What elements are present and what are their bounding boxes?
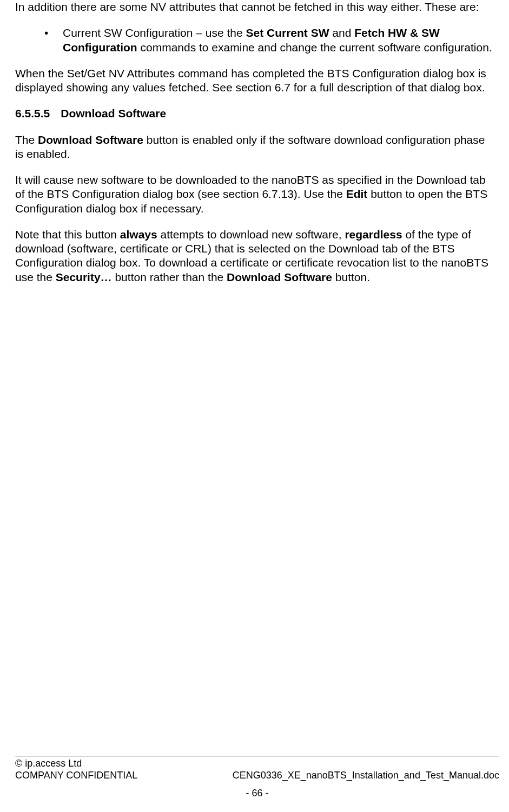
paragraph-3: The Download Software button is enabled … — [15, 133, 494, 162]
paragraph-intro: In addition there are some NV attributes… — [15, 0, 494, 14]
footer-left: © ip.access Ltd COMPANY CONFIDENTIAL — [15, 757, 137, 782]
footer-copyright: © ip.access Ltd — [15, 757, 137, 770]
section-heading: 6.5.5.5Download Software — [15, 107, 494, 121]
footer-row: © ip.access Ltd COMPANY CONFIDENTIAL CEN… — [15, 757, 499, 782]
para5-b2: regardless — [345, 228, 402, 241]
paragraph-4: It will cause new software to be downloa… — [15, 173, 494, 216]
para5-s2: attempts to download new software, — [157, 228, 345, 241]
bullet-bold-1: Set Current SW — [246, 26, 329, 39]
para5-s5: button. — [332, 271, 370, 283]
footer-page-number: - 66 - — [15, 787, 499, 800]
bullet-item: Current SW Configuration – use the Set C… — [44, 26, 494, 55]
para5-s4: button rather than the — [112, 271, 227, 283]
document-page: In addition there are some NV attributes… — [0, 0, 509, 812]
para5-b3: Security… — [56, 271, 112, 283]
para3-bold: Download Software — [38, 134, 143, 146]
footer-confidential: COMPANY CONFIDENTIAL — [15, 769, 137, 782]
page-footer: © ip.access Ltd COMPANY CONFIDENTIAL CEN… — [15, 756, 499, 800]
footer-right: CENG0336_XE_nanoBTS_Installation_and_Tes… — [233, 757, 499, 782]
para5-b1: always — [120, 228, 157, 241]
paragraph-5: Note that this button always attempts to… — [15, 228, 494, 284]
bullet-text-tail: commands to examine and change the curre… — [137, 41, 492, 54]
bullet-text-lead: Current SW Configuration – use the — [63, 26, 246, 39]
para5-s1: Note that this button — [15, 228, 120, 241]
para4-bold: Edit — [346, 188, 368, 200]
para5-b4: Download Software — [227, 271, 332, 283]
heading-title: Download Software — [61, 107, 166, 119]
para3-pre: The — [15, 134, 38, 146]
footer-divider — [15, 756, 499, 756]
paragraph-2: When the Set/Get NV Attributes command h… — [15, 66, 494, 95]
bullet-text-mid: and — [329, 26, 355, 39]
heading-number: 6.5.5.5 — [15, 107, 50, 121]
footer-docname: CENG0336_XE_nanoBTS_Installation_and_Tes… — [233, 769, 499, 782]
bullet-list: Current SW Configuration – use the Set C… — [15, 26, 494, 55]
